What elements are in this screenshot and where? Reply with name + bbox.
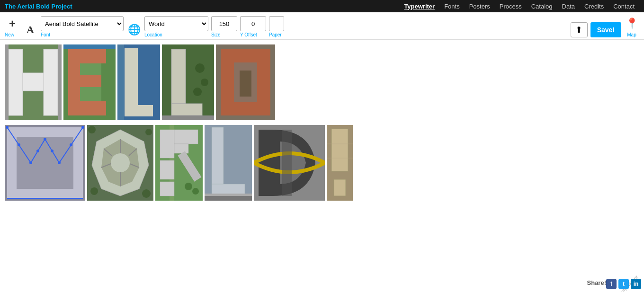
svg-rect-25 (125, 105, 153, 116)
svg-rect-2 (9, 49, 23, 115)
letter-tile-E[interactable] (63, 44, 116, 120)
location-select-group: World North America Europe Asia Location (144, 16, 208, 37)
svg-point-57 (51, 150, 54, 152)
svg-rect-33 (162, 115, 214, 120)
svg-rect-91 (205, 194, 252, 196)
new-button[interactable]: + (5, 16, 20, 31)
font-icon: A (27, 24, 34, 36)
nav-contact[interactable]: Contact (608, 1, 639, 12)
nav-links: Typewriter Fonts Posters Process Catalog… (399, 1, 639, 12)
svg-rect-97 (334, 179, 346, 196)
location-select[interactable]: World North America Europe Asia (144, 16, 208, 31)
svg-rect-38 (221, 102, 270, 115)
map-button[interactable]: 📍 (624, 16, 639, 31)
letter-tile-L3[interactable] (205, 125, 252, 201)
svg-point-59 (70, 143, 72, 146)
nav-process[interactable]: Process (495, 1, 527, 12)
globe-icon: 🌐 (128, 24, 141, 36)
nav-data[interactable]: Data (557, 1, 580, 12)
yoffset-group: Y Offset (240, 16, 266, 37)
globe-group: 🌐 (126, 22, 142, 37)
svg-rect-17 (80, 101, 106, 115)
svg-rect-79 (160, 130, 174, 158)
svg-rect-35 (221, 49, 270, 62)
svg-rect-4 (23, 73, 44, 91)
font-select[interactable]: Aerial Bold Satellite Aerial Bold (41, 16, 124, 31)
svg-point-52 (6, 126, 9, 129)
size-label: Size (211, 32, 220, 37)
letter-tile-L1[interactable] (117, 44, 160, 120)
nav-fonts[interactable]: Fonts (439, 1, 465, 12)
navbar: The Aerial Bold Project Typewriter Fonts… (0, 0, 644, 12)
svg-rect-94 (282, 130, 292, 196)
svg-rect-45 (73, 127, 83, 198)
upload-button[interactable]: ⬆ (571, 22, 588, 37)
paper-label: Paper (269, 32, 282, 37)
letter-tile-O2[interactable] (87, 125, 153, 201)
svg-rect-44 (7, 127, 17, 198)
new-label: New (5, 32, 14, 37)
svg-rect-21 (63, 44, 116, 49)
svg-point-73 (88, 126, 96, 133)
location-label: Location (144, 32, 162, 37)
map-group: 📍 Map (624, 16, 639, 37)
font-select-group: Aerial Bold Satellite Aerial Bold Font (41, 16, 124, 37)
svg-point-31 (201, 79, 208, 86)
svg-point-60 (81, 126, 84, 129)
letter-tile-W[interactable] (5, 125, 85, 201)
svg-point-56 (44, 138, 46, 141)
letter-row-2 (5, 125, 639, 201)
letter-tile-L2[interactable] (162, 44, 214, 120)
svg-rect-46 (7, 127, 83, 137)
svg-rect-90 (205, 196, 252, 201)
svg-point-76 (90, 187, 98, 195)
svg-rect-3 (44, 49, 58, 115)
svg-rect-24 (125, 48, 138, 105)
svg-point-86 (192, 188, 199, 195)
toolbar: + New A Aerial Bold Satellite Aerial Bol… (0, 12, 644, 40)
letter-tile-D[interactable] (254, 125, 325, 201)
save-button[interactable]: Save! (590, 22, 621, 37)
font-icon-group: A (23, 22, 38, 37)
svg-rect-96 (331, 129, 348, 171)
yoffset-input[interactable] (240, 16, 266, 31)
letter-tile-H[interactable] (5, 44, 62, 120)
letter-tile-R[interactable] (155, 125, 203, 201)
size-input[interactable] (211, 16, 237, 31)
brand-link[interactable]: The Aerial Bold Project (5, 3, 72, 10)
paper-box[interactable] (269, 16, 284, 31)
letter-tile-O[interactable] (216, 44, 275, 120)
globe-button[interactable]: 🌐 (126, 22, 142, 37)
svg-point-75 (142, 189, 151, 198)
font-icon-button[interactable]: A (23, 22, 38, 37)
svg-point-85 (185, 183, 192, 190)
svg-rect-81 (160, 182, 174, 196)
svg-rect-83 (174, 144, 188, 153)
nav-credits[interactable]: Credits (580, 1, 608, 12)
letter-row-1 (5, 44, 639, 120)
save-group: Save! (590, 22, 621, 37)
svg-rect-36 (221, 62, 234, 102)
font-label: Font (41, 32, 50, 37)
svg-rect-88 (212, 127, 224, 184)
svg-rect-26 (117, 44, 124, 120)
size-group: Size (211, 16, 237, 37)
svg-point-58 (58, 161, 61, 164)
letter-tile-exclamation[interactable] (327, 125, 353, 201)
svg-rect-80 (160, 160, 174, 179)
upload-group: ⬆ (571, 22, 588, 37)
yoffset-label: Y Offset (240, 32, 257, 37)
svg-point-66 (111, 153, 130, 172)
svg-point-55 (36, 150, 39, 152)
svg-point-32 (193, 88, 202, 96)
svg-rect-11 (5, 44, 9, 120)
nav-catalog[interactable]: Catalog (527, 1, 557, 12)
svg-rect-12 (58, 44, 62, 120)
svg-point-53 (18, 143, 20, 146)
svg-rect-40 (240, 71, 251, 97)
svg-rect-82 (174, 130, 198, 144)
nav-typewriter[interactable]: Typewriter (399, 1, 439, 12)
content-area (0, 40, 644, 210)
nav-posters[interactable]: Posters (465, 1, 495, 12)
new-group: + New (5, 16, 20, 37)
